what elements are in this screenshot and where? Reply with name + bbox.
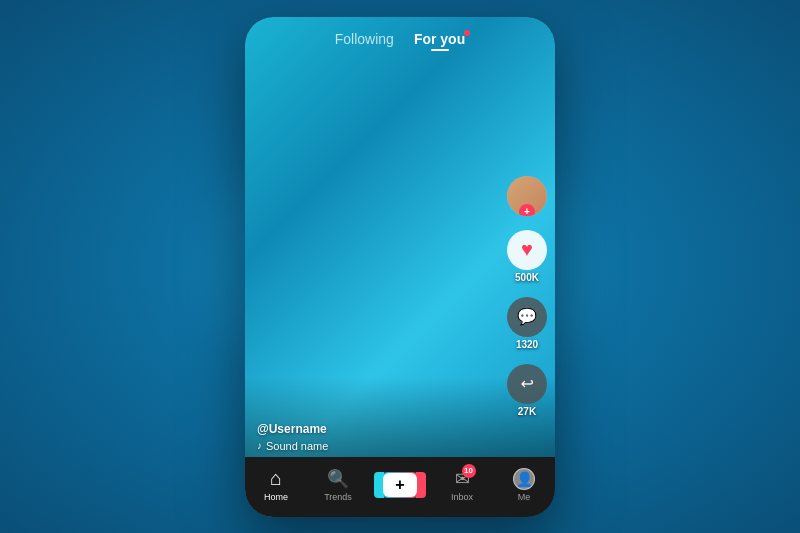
avatar-action[interactable]: + — [507, 176, 547, 216]
nav-home[interactable]: ⌂ Home — [245, 467, 307, 502]
video-area[interactable]: Following For you + ♥ 500K — [245, 17, 555, 517]
sound-name: Sound name — [266, 440, 328, 452]
nav-create[interactable]: + — [369, 472, 431, 498]
phone-frame: Following For you + ♥ 500K — [245, 17, 555, 517]
inbox-label: Inbox — [451, 492, 473, 502]
home-icon: ⌂ — [270, 467, 282, 490]
nav-trends[interactable]: 🔍 Trends — [307, 468, 369, 502]
music-icon: ♪ — [257, 440, 262, 451]
like-action[interactable]: ♥ 500K — [507, 230, 547, 283]
following-tab[interactable]: Following — [325, 31, 404, 47]
plus-icon: + — [395, 477, 404, 493]
search-icon: 🔍 — [327, 468, 349, 490]
share-button[interactable]: ↪ — [507, 364, 547, 404]
nav-me[interactable]: 👤 Me — [493, 468, 555, 502]
create-button[interactable]: + — [380, 472, 420, 498]
plus-inner: + — [383, 473, 417, 497]
share-count: 27K — [518, 406, 536, 417]
username-label[interactable]: @Username — [257, 422, 328, 436]
comment-button[interactable]: 💬 — [507, 297, 547, 337]
follow-plus-button[interactable]: + — [519, 204, 535, 216]
heart-icon: ♥ — [521, 238, 533, 261]
avatar-circle[interactable]: + — [507, 176, 547, 216]
comment-action[interactable]: 💬 1320 — [507, 297, 547, 350]
comment-count: 1320 — [516, 339, 538, 350]
foryou-label: For you — [414, 31, 465, 47]
action-buttons: + ♥ 500K 💬 1320 ↪ — [507, 176, 547, 417]
trends-label: Trends — [324, 492, 352, 502]
comment-icon: 💬 — [517, 307, 537, 326]
me-icon: 👤 — [516, 471, 533, 487]
video-info: @Username ♪ Sound name — [257, 422, 328, 452]
sound-info[interactable]: ♪ Sound name — [257, 440, 328, 452]
notification-dot — [464, 30, 470, 36]
home-label: Home — [264, 492, 288, 502]
like-count: 500K — [515, 272, 539, 283]
top-navigation: Following For you — [245, 17, 555, 55]
foryou-tab[interactable]: For you — [404, 31, 475, 47]
inbox-badge-container: ✉ 10 — [455, 468, 470, 490]
bottom-navigation: ⌂ Home 🔍 Trends + ✉ 10 Inbox — [245, 457, 555, 517]
share-icon: ↪ — [521, 374, 534, 393]
me-avatar: 👤 — [513, 468, 535, 490]
nav-inbox[interactable]: ✉ 10 Inbox — [431, 468, 493, 502]
inbox-badge: 10 — [462, 464, 476, 478]
like-button[interactable]: ♥ — [507, 230, 547, 270]
me-label: Me — [518, 492, 531, 502]
share-action[interactable]: ↪ 27K — [507, 364, 547, 417]
